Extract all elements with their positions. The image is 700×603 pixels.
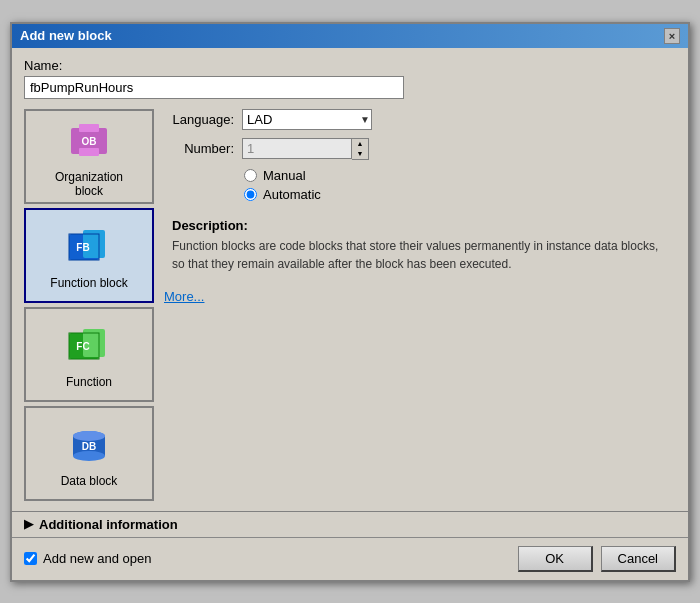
close-button[interactable]: × bbox=[664, 28, 680, 44]
fb-label: Function block bbox=[50, 276, 127, 290]
language-label: Language: bbox=[164, 112, 234, 127]
language-select[interactable]: LAD FBD STL SCL bbox=[242, 109, 372, 130]
cancel-button[interactable]: Cancel bbox=[601, 546, 676, 572]
checkbox-row: Add new and open bbox=[24, 551, 510, 566]
expand-icon[interactable]: ▶ bbox=[24, 517, 33, 531]
description-title: Description: bbox=[172, 218, 668, 233]
spin-up-button[interactable]: ▲ bbox=[352, 139, 368, 149]
description-text: Function blocks are code blocks that sto… bbox=[172, 237, 668, 273]
block-list: OB Organizationblock FB bbox=[24, 109, 154, 501]
svg-point-15 bbox=[73, 431, 105, 441]
svg-text:OB: OB bbox=[82, 136, 97, 147]
manual-radio[interactable] bbox=[244, 169, 257, 182]
svg-text:FB: FB bbox=[76, 242, 89, 253]
db-icon: DB bbox=[63, 418, 115, 470]
language-row: Language: LAD FBD STL SCL ▼ bbox=[164, 109, 676, 130]
number-label: Number: bbox=[164, 141, 234, 156]
right-panel: Language: LAD FBD STL SCL ▼ Number: bbox=[164, 109, 676, 501]
radio-group: Manual Automatic bbox=[244, 168, 676, 202]
description-section: Description: Function blocks are code bl… bbox=[164, 210, 676, 281]
block-item-fb[interactable]: FB Function block bbox=[24, 208, 154, 303]
automatic-radio-row: Automatic bbox=[244, 187, 676, 202]
automatic-label[interactable]: Automatic bbox=[263, 187, 321, 202]
block-item-ob[interactable]: OB Organizationblock bbox=[24, 109, 154, 204]
add-new-open-checkbox[interactable] bbox=[24, 552, 37, 565]
svg-text:DB: DB bbox=[82, 441, 96, 452]
automatic-radio[interactable] bbox=[244, 188, 257, 201]
language-select-wrapper: LAD FBD STL SCL ▼ bbox=[242, 109, 372, 130]
main-content: OB Organizationblock FB bbox=[24, 109, 676, 501]
number-input-wrapper: ▲ ▼ bbox=[242, 138, 369, 160]
svg-point-14 bbox=[73, 451, 105, 461]
name-label: Name: bbox=[24, 58, 676, 73]
additional-info-label: Additional information bbox=[39, 517, 178, 532]
additional-info-section: ▶ Additional information bbox=[12, 511, 688, 537]
title-bar: Add new block × bbox=[12, 24, 688, 48]
manual-label[interactable]: Manual bbox=[263, 168, 306, 183]
ob-label: Organizationblock bbox=[55, 170, 123, 199]
number-row: Number: ▲ ▼ bbox=[164, 138, 676, 160]
more-link[interactable]: More... bbox=[164, 289, 204, 304]
add-new-open-label[interactable]: Add new and open bbox=[43, 551, 151, 566]
number-input bbox=[242, 138, 352, 159]
add-new-block-dialog: Add new block × Name: bbox=[10, 22, 690, 582]
svg-text:FC: FC bbox=[76, 341, 89, 352]
fc-label: Function bbox=[66, 375, 112, 389]
name-section: Name: bbox=[24, 58, 676, 99]
ok-button[interactable]: OK bbox=[518, 546, 593, 572]
spin-down-button[interactable]: ▼ bbox=[352, 149, 368, 159]
db-label: Data block bbox=[61, 474, 118, 488]
fc-icon: FC bbox=[63, 319, 115, 371]
ob-icon: OB bbox=[63, 114, 115, 166]
number-spin: ▲ ▼ bbox=[352, 138, 369, 160]
svg-rect-1 bbox=[79, 124, 99, 132]
dialog-body: Name: OB Orga bbox=[12, 48, 688, 511]
block-item-fc[interactable]: FC Function bbox=[24, 307, 154, 402]
name-input[interactable] bbox=[24, 76, 404, 99]
dialog-title: Add new block bbox=[20, 28, 112, 43]
block-item-db[interactable]: DB Data block bbox=[24, 406, 154, 501]
svg-rect-2 bbox=[79, 148, 99, 156]
fb-icon: FB bbox=[63, 220, 115, 272]
footer: Add new and open OK Cancel bbox=[12, 537, 688, 580]
manual-radio-row: Manual bbox=[244, 168, 676, 183]
